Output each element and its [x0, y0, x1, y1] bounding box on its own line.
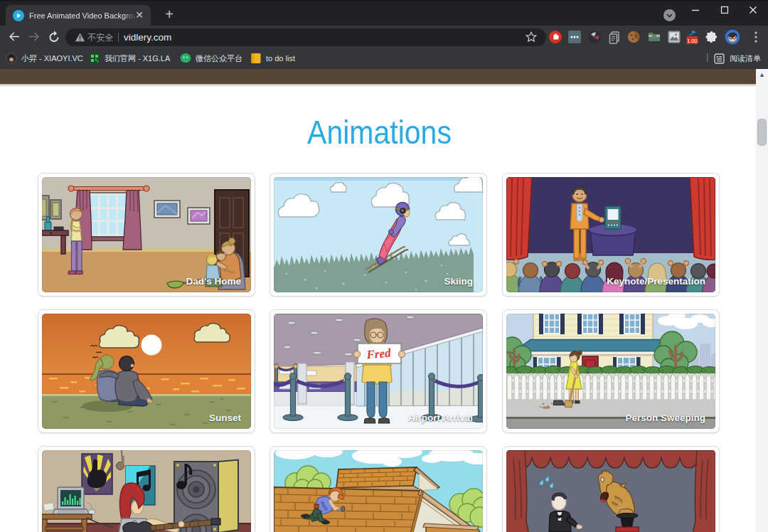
svg-text:1.00: 1.00 [687, 38, 698, 44]
svg-text:Fred: Fred [366, 346, 392, 362]
